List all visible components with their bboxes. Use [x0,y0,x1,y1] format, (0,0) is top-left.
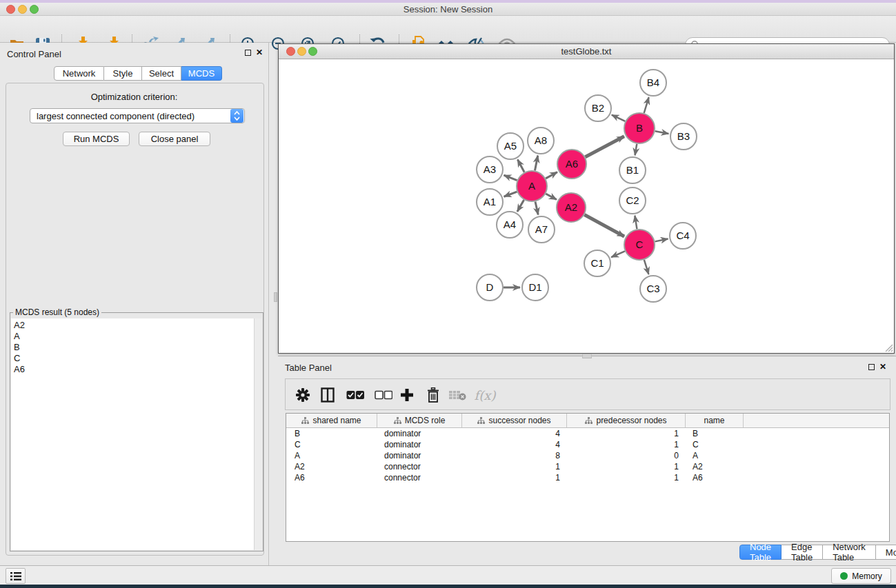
table-row[interactable]: Bdominator41B [286,428,889,439]
column-header-name[interactable]: name [686,414,744,427]
graph-node-C2[interactable]: C2 [619,187,646,214]
tab-motifs[interactable]: Motifs [876,545,896,560]
table-cell[interactable]: A [686,451,744,460]
table-cell[interactable]: 1 [567,440,686,449]
table-cell[interactable]: 1 [462,462,567,472]
graph-edge-A2-C[interactable] [584,215,624,236]
tab-network-table[interactable]: Network Table [823,545,876,560]
graph-edge-A-A8[interactable] [535,156,537,171]
table-cell[interactable]: B [686,429,744,438]
mcds-result-list[interactable]: A2ABCA6 [11,318,254,550]
app-titlebar[interactable]: Session: New Session [0,3,896,16]
graph-edge-C-C4[interactable] [655,239,668,241]
graph-edge-A-A3[interactable] [504,175,517,181]
graph-edge-A-A1[interactable] [504,192,517,196]
graph-edge-A-A4[interactable] [517,200,524,212]
graph-node-B2[interactable]: B2 [585,95,611,121]
graph-node-C4[interactable]: C4 [670,223,696,249]
table-row[interactable]: Cdominator41C [286,439,889,450]
table-cell[interactable]: dominator [377,451,462,460]
mcds-result-item[interactable]: B [11,342,254,353]
column-header-successor-nodes[interactable]: successor nodes [462,414,567,427]
graph-edge-A6-B[interactable] [585,136,624,157]
table-cell[interactable]: 1 [567,462,686,472]
table-cell[interactable]: 4 [462,440,567,449]
table-cell[interactable]: A2 [686,462,744,472]
table-cell[interactable]: A2 [286,462,377,472]
delete-columns-button[interactable] [423,385,444,405]
select-all-button[interactable] [345,385,366,405]
close-panel-icon[interactable]: ✕ [256,49,263,56]
run-mcds-button[interactable]: Run MCDS [63,132,130,146]
tab-style[interactable]: Style [104,66,142,81]
table-cell[interactable]: connector [377,462,462,472]
graph-edge-B-B3[interactable] [655,131,669,134]
table-cell[interactable]: A6 [686,473,744,483]
mcds-result-item[interactable]: A6 [11,364,254,375]
graph-node-A6[interactable]: A6 [557,150,586,179]
graph-node-D[interactable]: D [477,274,503,301]
graph-edge-C-C1[interactable] [611,251,625,257]
graph-edge-A-A2[interactable] [546,194,557,200]
network-graph[interactable]: B4B2BB3B1A5A8A6A3AA1A2A4A7C2C4CC1C3DD1 [279,59,894,354]
table-cell[interactable]: 1 [567,473,686,483]
graph-edge-B-B2[interactable] [612,115,625,121]
table-cell[interactable]: C [286,440,377,449]
graph-node-A2[interactable]: A2 [557,193,586,222]
table-cell[interactable]: B [286,429,377,438]
close-panel-icon[interactable]: ✕ [879,363,886,370]
tab-edge-table[interactable]: Edge Table [781,545,823,560]
vertical-divider-handle[interactable] [274,292,277,302]
tab-node-table[interactable]: Node Table [739,545,781,560]
window-resize-grip[interactable] [884,343,893,352]
graph-node-B[interactable]: B [624,113,655,143]
graph-node-C1[interactable]: C1 [584,250,610,276]
table-cell[interactable]: 1 [567,429,686,438]
table-row[interactable]: Adominator80A [286,450,889,461]
graph-edge-B-B1[interactable] [635,144,637,156]
table-cell[interactable]: dominator [377,440,462,449]
column-header-predecessor-nodes[interactable]: predecessor nodes [567,414,686,427]
table-cell[interactable]: connector [377,473,462,483]
graph-edge-A-A7[interactable] [535,201,538,214]
table-cell[interactable]: 1 [462,473,567,483]
graph-edge-A-A6[interactable] [546,172,557,179]
table-cell[interactable]: 8 [462,451,567,460]
graph-node-C[interactable]: C [624,230,655,260]
table-row[interactable]: A2connector11A2 [286,461,889,472]
table-cell[interactable]: 0 [567,451,686,460]
graph-node-B4[interactable]: B4 [640,70,666,96]
tab-select[interactable]: Select [142,66,181,81]
mcds-result-item[interactable]: A2 [11,320,254,331]
delete-table-button[interactable] [447,385,468,405]
network-canvas[interactable]: B4B2BB3B1A5A8A6A3AA1A2A4A7C2C4CC1C3DD1 [279,59,894,353]
table-cell[interactable]: dominator [377,429,462,438]
tab-mcds[interactable]: MCDS [181,66,222,81]
graph-node-A3[interactable]: A3 [477,156,503,183]
graph-node-A8[interactable]: A8 [528,128,554,154]
table-cell[interactable]: A6 [286,473,377,483]
function-builder-button[interactable]: f(x) [475,385,495,405]
graph-node-A1[interactable]: A1 [477,189,503,215]
float-panel-icon[interactable] [868,364,875,370]
graph-edge-C-C3[interactable] [644,260,649,274]
graph-node-B3[interactable]: B3 [670,123,697,150]
graph-edge-B-B4[interactable] [644,97,649,113]
show-column-button[interactable] [317,385,338,405]
graph-node-B1[interactable]: B1 [619,157,646,183]
table-cell[interactable]: A [286,451,377,460]
optimization-criterion-select[interactable]: largest connected component (directed) [30,108,245,123]
graph-node-A7[interactable]: A7 [528,216,555,243]
mcds-result-item[interactable]: C [11,353,254,364]
table-cell[interactable]: C [686,440,744,449]
graph-node-A[interactable]: A [517,171,547,201]
graph-node-C3[interactable]: C3 [640,276,666,302]
task-history-button[interactable] [6,568,26,584]
mcds-result-scrollbar[interactable] [254,318,262,550]
graph-node-A5[interactable]: A5 [497,133,524,159]
add-column-button[interactable] [397,385,417,405]
memory-button[interactable]: Memory [831,568,891,584]
node-table[interactable]: shared nameMCDS rolesuccessor nodesprede… [286,413,890,542]
close-panel-button[interactable]: Close panel [139,132,210,146]
graph-edge-C-C2[interactable] [635,216,637,230]
